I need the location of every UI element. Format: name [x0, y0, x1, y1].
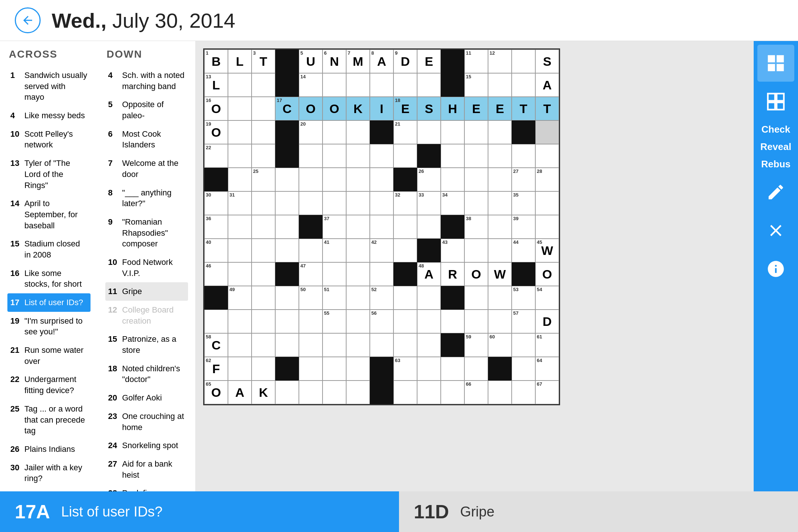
cell-r4c3[interactable] [252, 120, 275, 144]
cell-r8c7[interactable] [346, 215, 370, 239]
cell-r6c3[interactable]: 25 [252, 168, 275, 191]
cell-r9c5[interactable] [299, 239, 323, 262]
clue-down-5[interactable]: 5 Opposite of paleo- [105, 95, 188, 125]
cell-r12c13[interactable] [488, 310, 512, 333]
cell-r6c7[interactable] [346, 168, 370, 191]
cell-r11c3[interactable] [252, 286, 275, 310]
cell-r8c15[interactable] [535, 215, 559, 239]
cell-r6c10[interactable]: 26 [417, 168, 441, 191]
cell-r7c4[interactable] [275, 191, 299, 215]
cell-r14c11[interactable] [441, 357, 464, 381]
cell-r7c13[interactable] [488, 191, 512, 215]
cell-r3c2[interactable] [228, 97, 252, 120]
cell-r3c5[interactable]: O [299, 97, 323, 120]
cell-r8c4[interactable] [275, 215, 299, 239]
cell-r12c9[interactable] [393, 310, 417, 333]
cell-r1c6[interactable]: 6N [323, 50, 346, 73]
cell-r11c13[interactable] [488, 286, 512, 310]
cell-r12c15[interactable]: D [535, 310, 559, 333]
cell-r6c5[interactable] [299, 168, 323, 191]
clue-across-26[interactable]: 26 Plains Indians [7, 440, 91, 458]
cell-r2c1[interactable]: 13L [204, 73, 228, 97]
cell-r9c6[interactable]: 41 [323, 239, 346, 262]
cell-r7c5[interactable] [299, 191, 323, 215]
cell-r10c15[interactable]: O [535, 262, 559, 286]
cell-r12c6[interactable]: 55 [323, 310, 346, 333]
cell-r1c15[interactable]: S [535, 50, 559, 73]
cell-r6c11[interactable] [441, 168, 464, 191]
crossword-grid[interactable]: 1B L 3T 5U 6N 7M 8A 9D E 11 12 S 13L [203, 48, 560, 405]
cell-r11c15[interactable]: 54 [535, 286, 559, 310]
cell-r6c8[interactable] [370, 168, 393, 191]
cell-r13c8[interactable] [370, 333, 393, 357]
cell-r14c10[interactable] [417, 357, 441, 381]
cell-r10c13[interactable]: W [488, 262, 512, 286]
cell-r5c9[interactable] [393, 144, 417, 168]
cell-r10c1[interactable]: 46 [204, 262, 228, 286]
cell-r4c11[interactable] [441, 120, 464, 144]
clue-down-24[interactable]: 24 Snorkeling spot [105, 436, 188, 455]
clue-across-17[interactable]: 17 List of user IDs? [7, 293, 91, 312]
clue-down-7[interactable]: 7 Welcome at the door [105, 154, 188, 183]
check-button[interactable] [757, 83, 794, 120]
bottom-across[interactable]: 17A List of user IDs? [0, 491, 399, 532]
cell-r4c2[interactable] [228, 120, 252, 144]
cell-r11c14[interactable]: 53 [512, 286, 535, 310]
cell-r1c9[interactable]: 9D [393, 50, 417, 73]
cell-r13c14[interactable] [512, 333, 535, 357]
cell-r2c15[interactable]: A [535, 73, 559, 97]
cell-r2c5[interactable]: 14 [299, 73, 323, 97]
cell-r8c10[interactable] [417, 215, 441, 239]
cell-r7c8[interactable] [370, 191, 393, 215]
cell-r7c10[interactable]: 33 [417, 191, 441, 215]
clue-down-12[interactable]: 12 College Board creation [105, 301, 188, 330]
cell-r3c4[interactable]: 17C [275, 97, 299, 120]
info-button[interactable] [757, 250, 794, 287]
close-button[interactable] [757, 212, 794, 249]
cell-r3c12[interactable]: E [464, 97, 488, 120]
clue-across-35[interactable]: 35 The Rosetta Stone is one [7, 488, 91, 491]
cell-r13c13[interactable]: 60 [488, 333, 512, 357]
cell-r11c2[interactable]: 49 [228, 286, 252, 310]
cell-r2c12[interactable]: 15 [464, 73, 488, 97]
cell-r14c6[interactable] [323, 357, 346, 381]
cell-r2c3[interactable] [252, 73, 275, 97]
cell-r13c2[interactable] [228, 333, 252, 357]
clue-across-16[interactable]: 16 Like some stocks, for short [7, 264, 91, 293]
cell-r2c9[interactable] [393, 73, 417, 97]
cell-r3c8[interactable]: I [370, 97, 393, 120]
cell-r12c11[interactable] [441, 310, 464, 333]
cell-r7c1[interactable]: 30 [204, 191, 228, 215]
clue-down-4[interactable]: 4 Sch. with a noted marching band [105, 66, 188, 95]
cell-r7c12[interactable] [464, 191, 488, 215]
cell-r14c2[interactable] [228, 357, 252, 381]
clue-across-19[interactable]: 19 "I'm surprised to see you!" [7, 312, 91, 341]
cell-r12c5[interactable] [299, 310, 323, 333]
cell-r3c15[interactable]: T [535, 97, 559, 120]
cell-r13c15[interactable]: 61 [535, 333, 559, 357]
clue-down-27[interactable]: 27 Aid for a bank heist [105, 455, 188, 484]
cell-r14c14[interactable] [512, 357, 535, 381]
cell-r15c12[interactable]: 66 [464, 381, 488, 404]
clue-across-25[interactable]: 25 Tag ... or a word that can precede ta… [7, 400, 91, 440]
cell-r7c3[interactable] [252, 191, 275, 215]
cell-r1c7[interactable]: 7M [346, 50, 370, 73]
cell-r15c6[interactable] [323, 381, 346, 404]
cell-r5c14[interactable] [512, 144, 535, 168]
cell-r8c3[interactable] [252, 215, 275, 239]
cell-r5c1[interactable]: 22 [204, 144, 228, 168]
cell-r6c6[interactable] [323, 168, 346, 191]
cell-r11c4[interactable] [275, 286, 299, 310]
cell-r12c4[interactable] [275, 310, 299, 333]
rebus-label[interactable]: Rebus [761, 156, 790, 172]
cell-r9c14[interactable]: 44 [512, 239, 535, 262]
cell-r13c6[interactable] [323, 333, 346, 357]
cell-r13c5[interactable] [299, 333, 323, 357]
cell-r15c11[interactable] [441, 381, 464, 404]
cell-r11c6[interactable]: 51 [323, 286, 346, 310]
cell-r3c11[interactable]: H [441, 97, 464, 120]
cell-r14c9[interactable]: 63 [393, 357, 417, 381]
cell-r2c7[interactable] [346, 73, 370, 97]
clue-across-15[interactable]: 15 Stadium closed in 2008 [7, 235, 91, 264]
cell-r15c7[interactable] [346, 381, 370, 404]
